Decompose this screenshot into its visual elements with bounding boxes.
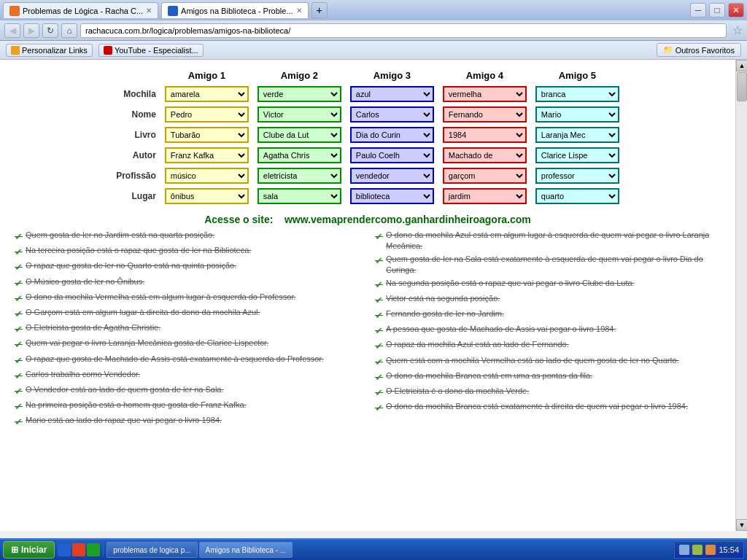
cell-4-2: vendedor [346,166,438,186]
check-icon: ✔ [375,356,383,369]
select-0-1[interactable]: verde [258,86,341,102]
close-button[interactable]: ✕ [728,3,744,18]
tab1-close[interactable]: ✕ [146,7,152,15]
check-icon: ✔ [15,400,23,413]
check-icon: ✔ [15,246,23,259]
scroll-down-button[interactable]: ▼ [736,519,747,531]
select-1-2[interactable]: Carlos [350,106,434,122]
tab-1[interactable]: Problemas de Lógica - Racha C... ✕ [3,2,158,18]
taskbar-item-1[interactable]: problemas de logica p... [107,542,197,558]
check-icon: ✔ [375,230,383,244]
tab-2[interactable]: Amigos na Biblioteca - Proble... ✕ [161,2,308,18]
select-2-1[interactable]: Clube da Lut [258,127,341,143]
check-icon: ✔ [15,308,23,321]
taskbar-item-2[interactable]: Amigos na Biblioteca - ... [199,542,293,558]
address-bar[interactable]: rachacuca.com.br/logica/problemas/amigos… [80,23,727,38]
check-icon: ✔ [375,371,383,384]
cell-5-4: quarto [531,186,624,206]
select-3-4[interactable]: Clarice Lispe [535,147,619,163]
clue-right-1: ✔Quem gosta de ler na Sala está exatamen… [375,254,721,276]
row-label-mochila: Mochila [112,84,160,104]
minimize-button[interactable]: ─ [690,3,706,18]
select-3-1[interactable]: Agatha Chris [258,147,341,163]
clue-left-7: ✔Quem vai pegar o livro Laranja Mecânica… [15,338,360,351]
select-5-1[interactable]: sala [258,188,341,204]
select-4-4[interactable]: professor [535,168,619,184]
bookmark-star[interactable]: ☆ [732,23,743,37]
clue-right-3: ✔Victor está na segunda posição. [375,293,721,307]
cell-1-3: Fernando [438,104,531,125]
app-icon[interactable] [87,543,100,556]
page-content: Amigo 1 Amigo 2 Amigo 3 Amigo 4 Amigo 5 … [0,60,735,531]
clue-left-4: ✔O dono da mochila Vermelha está em algu… [15,292,360,306]
select-1-1[interactable]: Victor [258,106,341,122]
youtube-icon [104,46,112,55]
fox-icon[interactable] [72,543,85,556]
cell-3-1: Agatha Chris [253,145,346,166]
bookmark-personalizar-label: Personalizar Links [22,46,88,55]
select-4-1[interactable]: eletricista [258,168,341,184]
reload-button[interactable]: ↻ [42,23,58,38]
select-4-0[interactable]: músico [165,168,249,184]
select-5-2[interactable]: biblioteca [350,188,434,204]
select-2-2[interactable]: Dia do Curin [350,127,434,143]
new-tab-button[interactable]: + [311,2,328,18]
select-3-0[interactable]: Franz Kafka [165,147,249,163]
select-4-3[interactable]: garçom [443,168,527,184]
clue-right-7: ✔Quem está com a mochila Vermelha está a… [375,355,721,369]
taskbar-item1-label: problemas de logica p... [113,546,190,554]
address-text: rachacuca.com.br/logica/problemas/amigos… [85,26,290,35]
folder-icon: 📁 [663,45,673,55]
select-2-0[interactable]: Tubarão [165,127,249,143]
select-1-4[interactable]: Mario [535,106,619,122]
bookmark-youtube[interactable]: YouTube - Especialist... [98,44,204,57]
cell-3-4: Clarice Lispe [531,145,624,166]
select-3-3[interactable]: Machado de [443,147,527,163]
cell-2-4: Laranja Mec [531,125,624,145]
select-1-3[interactable]: Fernando [443,106,527,122]
clue-left-5: ✔O Garçom está em algum lugar à direita … [15,307,360,321]
scrollbar[interactable]: ▲ ▼ [735,60,747,531]
select-0-2[interactable]: azul [350,86,434,102]
select-0-3[interactable]: vermelha [443,86,527,102]
check-icon: ✔ [375,386,383,400]
scroll-thumb[interactable] [737,72,747,101]
select-4-2[interactable]: vendedor [350,168,434,184]
forward-button[interactable]: ▶ [23,23,39,38]
cell-5-3: jardim [438,186,531,206]
check-icon: ✔ [375,324,383,338]
select-2-3[interactable]: 1984 [443,127,527,143]
maximize-button[interactable]: □ [709,3,725,18]
select-5-0[interactable]: ônibus [165,188,249,204]
select-0-4[interactable]: branca [535,86,619,102]
home-button[interactable]: ⌂ [61,23,77,38]
select-5-4[interactable]: quarto [535,188,619,204]
select-2-4[interactable]: Laranja Mec [535,127,619,143]
select-3-2[interactable]: Paulo Coelh [350,147,434,163]
tray-time: 15:54 [719,545,739,554]
puzzle-table: Amigo 1 Amigo 2 Amigo 3 Amigo 4 Amigo 5 … [112,67,624,206]
other-favorites-label: Outros Favoritos [676,46,735,55]
check-icon: ✔ [375,294,383,307]
promo-text1: Acesse o site: [204,214,273,225]
tab2-favicon [168,6,178,16]
clue-right-2: ✔Na segunda posição está o rapaz que vai… [375,278,721,292]
row-label-nome: Nome [112,104,160,125]
back-button[interactable]: ◀ [4,23,20,38]
select-1-0[interactable]: Pedro [165,106,249,122]
check-icon: ✔ [15,277,23,290]
cell-3-2: Paulo Coelh [346,145,438,166]
other-favorites-button[interactable]: 📁 Outros Favoritos [657,43,741,57]
tab1-label: Problemas de Lógica - Racha C... [23,7,143,15]
check-icon: ✔ [15,354,23,368]
tab2-close[interactable]: ✕ [296,7,302,15]
cell-1-1: Victor [253,104,346,125]
ie-icon[interactable] [58,543,71,556]
check-icon: ✔ [15,416,23,429]
bookmark-personalizar[interactable]: Personalizar Links [6,44,93,57]
bookmark-youtube-label: YouTube - Especialist... [115,46,198,55]
start-button[interactable]: ⊞ Iniciar [3,541,55,559]
select-0-0[interactable]: amarela [165,86,249,102]
scroll-up-button[interactable]: ▲ [736,60,747,71]
select-5-3[interactable]: jardim [443,188,527,204]
